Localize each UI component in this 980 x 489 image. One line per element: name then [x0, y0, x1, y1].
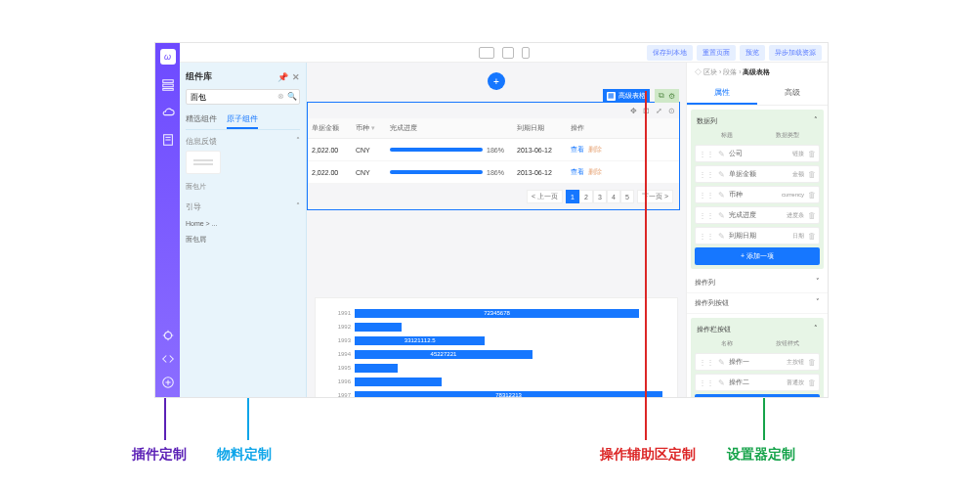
- edit-icon: ✎: [718, 150, 725, 158]
- delete-link[interactable]: 删除: [588, 168, 602, 175]
- component-library-panel: 组件库 📌✕ ⊗🔍 精选组件 原子组件 信息反馈˄ 面包片 引导˄ Home >…: [180, 63, 307, 397]
- async-button[interactable]: 异步加载资源: [769, 45, 822, 61]
- callout-aux: 操作辅助区定制: [600, 446, 696, 464]
- breadcrumb: ◇ 区块 › 段落 › 高级表格: [687, 63, 828, 82]
- top-bar: 保存到本地 重置页面 预览 异步加载资源: [180, 43, 828, 63]
- delete-icon: 🗑: [808, 150, 816, 158]
- gear-icon[interactable]: ⚙: [668, 92, 675, 101]
- tab-atomic[interactable]: 原子组件: [227, 111, 258, 129]
- desktop-icon[interactable]: [479, 47, 494, 59]
- delete-icon: 🗑: [808, 358, 816, 367]
- edit-icon: ✎: [718, 170, 725, 179]
- delete-link[interactable]: 删除: [588, 146, 602, 153]
- callout-material: 物料定制: [217, 446, 272, 464]
- component-icon: ▦: [607, 92, 616, 101]
- edit-icon: ✎: [718, 358, 725, 367]
- chevron-up-icon[interactable]: ˄: [814, 325, 818, 334]
- drag-icon: ⋮⋮: [699, 211, 714, 220]
- add-opbtn[interactable]: + 添加一项: [695, 394, 820, 397]
- move-icon[interactable]: ✥: [630, 107, 637, 115]
- datacol-row[interactable]: ⋮⋮✎单据金额金额🗑: [695, 165, 820, 183]
- layers-icon[interactable]: [161, 78, 175, 92]
- logo-icon[interactable]: ω: [160, 49, 176, 65]
- doc-icon[interactable]: [161, 133, 175, 147]
- edit-icon: ✎: [718, 232, 725, 241]
- chevron-up-icon[interactable]: ˄: [296, 136, 300, 147]
- data-table: 单据金额 币种 ▾ 完成进度 到期日期 操作 2,022.00CNY 186% …: [308, 103, 679, 209]
- group-opcol[interactable]: 操作列˅: [687, 273, 828, 293]
- group-opcolbtn[interactable]: 操作列按钮˅: [687, 293, 828, 314]
- callout-line: [247, 398, 249, 440]
- opbtn-row[interactable]: ⋮⋮✎操作一主按钮🗑: [695, 353, 820, 371]
- tab-featured[interactable]: 精选组件: [186, 111, 217, 129]
- callout-line: [164, 398, 166, 440]
- svg-rect-2: [162, 89, 173, 91]
- datacol-row[interactable]: ⋮⋮✎完成进度进度条🗑: [695, 206, 820, 224]
- datacols-title: 数据列: [697, 116, 717, 126]
- pagination: < 上一页 12345 下一页 >: [308, 184, 679, 209]
- add-datacol[interactable]: + 添加一项: [695, 247, 820, 265]
- table-row: 2,022.00CNY 186% 2013-06-12 查看删除: [308, 161, 679, 184]
- svg-rect-1: [162, 84, 173, 87]
- callout-line: [763, 398, 765, 440]
- tablet-icon[interactable]: [502, 47, 514, 59]
- datacol-row[interactable]: ⋮⋮✎公司链接🗑: [695, 145, 820, 162]
- page-number[interactable]: 4: [607, 190, 620, 203]
- opbtn-row[interactable]: ⋮⋮✎操作二普通按🗑: [695, 374, 820, 391]
- component-card[interactable]: [186, 151, 221, 174]
- chevron-up-icon[interactable]: ˄: [814, 116, 818, 126]
- search-icon[interactable]: 🔍: [287, 92, 297, 101]
- svg-point-6: [164, 333, 171, 339]
- table-row: 2,022.00CNY 186% 2013-06-12 查看删除: [308, 139, 679, 161]
- panel-title: 组件库: [186, 70, 212, 83]
- selection-tag: ▦ 高级表格: [603, 89, 650, 103]
- cloud-icon[interactable]: [161, 106, 175, 119]
- preview-button[interactable]: 预览: [740, 45, 765, 61]
- th-currency: 币种: [356, 124, 369, 131]
- guide-item[interactable]: 面包屑: [186, 231, 300, 248]
- clear-icon[interactable]: ⊗: [277, 92, 284, 101]
- view-link[interactable]: 查看: [571, 168, 584, 175]
- page-number[interactable]: 5: [620, 190, 634, 203]
- next-page[interactable]: 下一页 >: [637, 190, 673, 203]
- pin-icon[interactable]: 📌: [277, 72, 288, 82]
- datacol-row[interactable]: ⋮⋮✎币种currency🗑: [695, 186, 820, 203]
- th-amount: 单据金额: [308, 118, 352, 138]
- card-label: 面包片: [186, 178, 300, 196]
- filter-icon[interactable]: ▾: [371, 124, 375, 131]
- code-icon[interactable]: [161, 352, 175, 366]
- plus-circle-icon[interactable]: [161, 376, 175, 389]
- view-link[interactable]: 查看: [571, 146, 584, 153]
- guide-item[interactable]: Home > ...: [186, 216, 300, 231]
- page-number[interactable]: 3: [593, 190, 607, 203]
- close-icon[interactable]: ✕: [292, 72, 300, 82]
- delete-icon: 🗑: [808, 378, 816, 387]
- bug-icon[interactable]: [161, 329, 175, 342]
- delete-icon: 🗑: [808, 170, 816, 179]
- mobile-icon[interactable]: [522, 47, 530, 59]
- callout-plugin: 插件定制: [132, 446, 187, 464]
- expand-icon[interactable]: ⤢: [656, 107, 662, 115]
- page-number[interactable]: 1: [566, 190, 579, 203]
- drag-icon: ⋮⋮: [699, 150, 714, 158]
- copy-icon[interactable]: ⧉: [659, 91, 664, 101]
- drag-icon: ⋮⋮: [699, 232, 714, 241]
- add-button[interactable]: +: [488, 72, 505, 90]
- callout-line: [645, 91, 647, 440]
- more-icon[interactable]: ⊙: [668, 107, 675, 115]
- drag-icon: ⋮⋮: [699, 358, 714, 367]
- page-number[interactable]: 2: [579, 190, 593, 203]
- th-date: 到期日期: [513, 118, 567, 138]
- tab-props[interactable]: 属性: [687, 82, 757, 105]
- delete-icon: 🗑: [808, 232, 816, 241]
- save-button[interactable]: 保存到本地: [647, 45, 693, 61]
- section-feedback: 信息反馈: [186, 136, 217, 147]
- datacol-row[interactable]: ⋮⋮✎到期日期日期🗑: [695, 227, 820, 244]
- prev-page[interactable]: < 上一页: [527, 190, 563, 203]
- delete-icon: 🗑: [808, 191, 816, 200]
- chevron-up-icon[interactable]: ˄: [296, 201, 300, 212]
- tab-advanced[interactable]: 高级: [757, 82, 828, 105]
- reset-button[interactable]: 重置页面: [697, 45, 736, 61]
- selected-component[interactable]: ▦ 高级表格 ⧉ ⚙ ✥ ⊡ ⤢ ⊙ 单据金额 币种 ▾ 完成进度 到期日期 操…: [307, 102, 680, 210]
- th-progress: 完成进度: [386, 118, 513, 138]
